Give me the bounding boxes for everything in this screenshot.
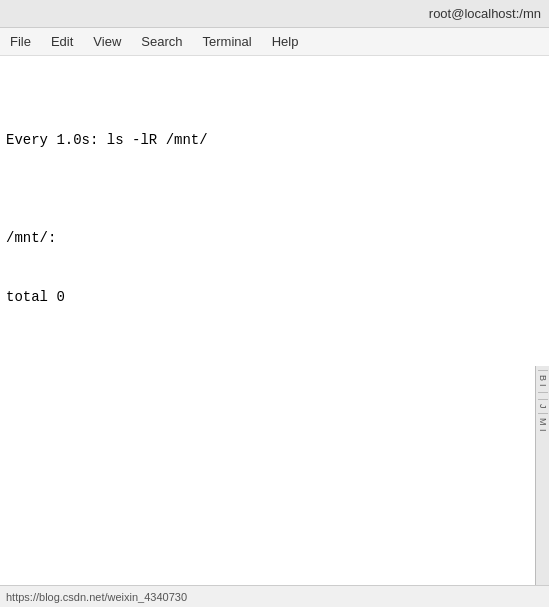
menu-bar: File Edit View Search Terminal Help <box>0 28 549 56</box>
sidebar-char-i2: I <box>538 429 548 433</box>
sidebar-divider-2 <box>538 392 548 393</box>
menu-view[interactable]: View <box>83 30 131 53</box>
title-text: root@localhost:/mn <box>429 6 541 21</box>
menu-file[interactable]: File <box>0 30 41 53</box>
menu-search[interactable]: Search <box>131 30 192 53</box>
menu-terminal[interactable]: Terminal <box>193 30 262 53</box>
title-bar: root@localhost:/mn <box>0 0 549 28</box>
terminal-window: root@localhost:/mn File Edit View Search… <box>0 0 549 607</box>
sidebar-char-j: J <box>538 404 548 410</box>
terminal-content: Every 1.0s: ls -lR /mnt/ /mnt/: total 0 <box>6 92 543 347</box>
status-url: https://blog.csdn.net/weixin_4340730 <box>6 591 187 603</box>
sidebar-divider-4 <box>538 413 548 414</box>
terminal-line-3: /mnt/: <box>6 229 543 249</box>
terminal-area[interactable]: Every 1.0s: ls -lR /mnt/ /mnt/: total 0 … <box>0 56 549 607</box>
sidebar-panel: B I J M I <box>535 366 549 607</box>
menu-help[interactable]: Help <box>262 30 309 53</box>
sidebar-divider-1 <box>538 370 548 371</box>
sidebar-char-b: B <box>538 375 548 382</box>
menu-edit[interactable]: Edit <box>41 30 83 53</box>
sidebar-char-i: I <box>538 384 548 388</box>
sidebar-char-m: M <box>538 418 548 427</box>
terminal-line-1: Every 1.0s: ls -lR /mnt/ <box>6 131 543 151</box>
sidebar-divider-3 <box>538 399 548 400</box>
status-bar: https://blog.csdn.net/weixin_4340730 <box>0 585 549 607</box>
terminal-line-4: total 0 <box>6 288 543 308</box>
